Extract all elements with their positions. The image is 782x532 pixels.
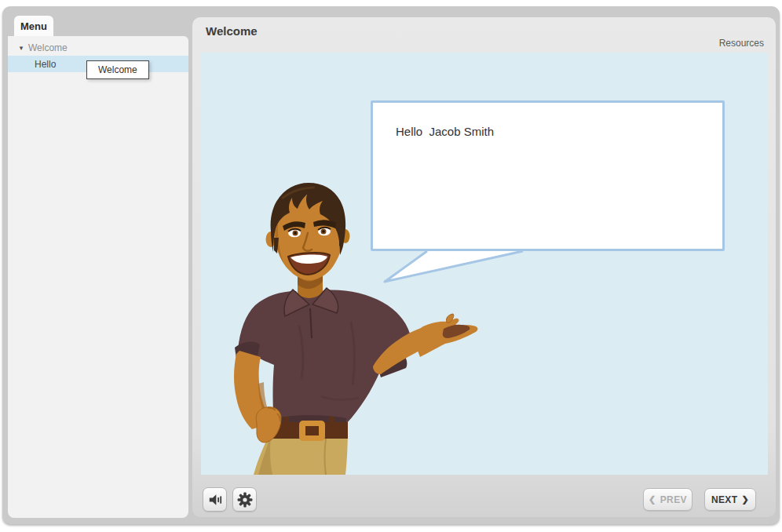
slide-title: Welcome (206, 24, 258, 38)
prev-button[interactable]: ❮ PREV (643, 488, 692, 511)
next-button-label: NEXT (711, 494, 738, 505)
resources-link[interactable]: Resources (719, 38, 764, 49)
tree-expander-icon[interactable]: ▾ (14, 44, 28, 52)
speech-bubble: Hello Jacob Smith (371, 100, 725, 251)
menu-item-label: Hello (35, 59, 56, 70)
gear-icon (237, 492, 253, 508)
next-button[interactable]: NEXT ❯ (704, 488, 756, 511)
speaker-icon (208, 493, 222, 507)
menu-item-welcome[interactable]: ▾ Welcome (8, 39, 188, 56)
course-player-window: Menu ▾ Welcome Hello Welcome Welcome Res… (2, 6, 780, 524)
chevron-left-icon: ❮ (649, 494, 656, 505)
menu-item-label: Welcome (28, 42, 68, 53)
main-panel: Welcome Resources (192, 17, 776, 517)
slide-stage: Hello Jacob Smith (201, 53, 768, 475)
tab-menu[interactable]: Menu (14, 16, 53, 37)
speech-bubble-text: Hello Jacob Smith (396, 125, 494, 138)
menu-tooltip: Welcome (86, 60, 149, 79)
chevron-right-icon: ❯ (741, 494, 749, 505)
settings-button[interactable] (232, 487, 257, 512)
menu-sidebar: ▾ Welcome Hello (8, 36, 188, 518)
volume-button[interactable] (203, 487, 227, 512)
prev-button-label: PREV (660, 494, 687, 505)
speech-bubble-tail (382, 249, 527, 286)
